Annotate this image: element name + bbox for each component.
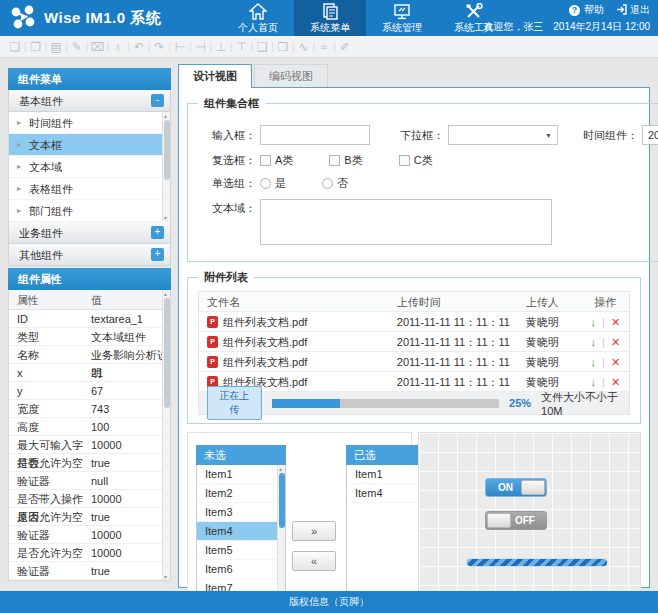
accordion-business-components[interactable]: 业务组件 + [8,222,171,244]
prop-value: 100 [87,418,170,435]
delete-icon[interactable]: ⌧ [88,40,106,54]
file-name[interactable]: 组件列表文档.pdf [223,332,307,352]
checkbox-icon[interactable] [399,155,410,166]
menu-scrollbar[interactable] [162,112,170,221]
list-item[interactable]: Item1 [197,465,285,484]
pdf-icon: P [207,336,218,348]
checkbox-icon[interactable] [329,155,340,166]
top-nav: 个人首页 系统菜单 系统管理 系统工具 [222,0,510,36]
save-icon[interactable]: ▤ [47,40,65,54]
download-icon[interactable]: ↓ [591,372,597,392]
radio-icon[interactable] [260,178,271,189]
list-item[interactable]: Item3 [197,503,285,522]
delete-icon[interactable]: ✕ [611,312,620,332]
radio-option-no[interactable]: 否 [322,176,348,191]
checkbox-option-a[interactable]: A类 [260,153,293,168]
redo-icon[interactable]: ↷ [150,40,168,54]
uploader: 黄晓明 [526,312,582,331]
list-item-selected[interactable]: Item4 [197,522,285,541]
dropdown-select[interactable]: ▼ [448,125,558,145]
property-row: 是否带入操作原因10000 [9,490,170,508]
spline-icon[interactable]: ≈ [315,40,333,54]
import-icon[interactable]: ❒ [274,40,292,54]
text-input[interactable] [260,125,370,145]
delete-icon[interactable]: ✕ [611,352,620,372]
preview-grid-panel: ON OFF [418,432,641,613]
align-top-icon[interactable]: ⊤ [233,40,251,54]
new-file-icon[interactable]: ❏ [6,40,24,54]
list-item[interactable]: Item2 [197,484,285,503]
export-icon[interactable]: ❑ [253,40,271,54]
prop-name: 是否带入操作原因 [9,490,87,507]
nav-item-system-management[interactable]: 系统管理 [366,0,438,36]
tab-design-view[interactable]: 设计视图 [178,64,252,88]
component-properties-title: 组件属性 [8,268,171,290]
property-row: 名称业务影响分析说明 [9,346,170,364]
delete-icon[interactable]: ✕ [611,332,620,352]
expand-icon[interactable]: + [151,248,164,261]
nav-label: 系统管理 [366,21,438,35]
menu-item-time-component[interactable]: 时间组件 [9,112,170,134]
file-name-header: 文件名 [199,292,397,311]
toggle-switch-on[interactable]: ON [485,478,547,497]
toggle-knob[interactable] [521,480,545,495]
download-icon[interactable]: ↓ [591,352,597,372]
move-left-button[interactable]: « [292,551,336,571]
align-right-icon[interactable]: ⊣ [191,40,209,54]
expand-icon[interactable]: + [151,226,164,239]
download-icon[interactable]: ↓ [591,332,597,352]
checkbox-option-c[interactable]: C类 [399,153,433,168]
tab-code-view[interactable]: 编码视图 [254,64,328,87]
date-picker[interactable]: 2012-07-01 [642,125,658,145]
list-item[interactable]: Item5 [197,541,285,560]
menu-icon [294,3,366,20]
download-icon[interactable]: ↓ [591,312,597,332]
list-item[interactable]: Item6 [197,560,285,579]
logout-link[interactable]: 退出 [616,3,650,17]
nav-item-system-menu[interactable]: 系统菜单 [294,0,366,36]
uploading-button[interactable]: 正在上传 [207,386,262,420]
publish-icon[interactable]: ♁ [109,40,127,54]
checkbox-option-label: B类 [344,154,362,166]
pencil-icon[interactable]: ✐ [336,40,354,54]
prop-value-header: 值 [87,290,170,309]
collapse-icon[interactable]: - [151,94,164,107]
toggle-switch-off[interactable]: OFF [485,511,547,530]
menu-item-table-component[interactable]: 表格组件 [9,178,170,200]
move-right-button[interactable]: » [292,521,336,541]
property-row: 验证器10000 [9,526,170,544]
input-label: 输入框： [198,128,256,143]
align-bottom-icon[interactable]: ⊥ [212,40,230,54]
accordion-basic-components[interactable]: 基本组件 - [8,90,171,112]
properties-header-row: 属性 值 [9,290,170,310]
curve-icon[interactable]: ∿ [295,40,313,54]
menu-item-department-component[interactable]: 部门组件 [9,200,170,222]
nav-item-home[interactable]: 个人首页 [222,0,294,36]
radio-icon[interactable] [322,178,333,189]
pdf-icon: P [207,316,218,328]
property-row: 高度100 [9,418,170,436]
accordion-other-components[interactable]: 其他组件 + [8,244,171,266]
properties-scrollbar[interactable] [162,290,170,580]
help-link[interactable]: 帮助 [584,3,604,17]
file-name[interactable]: 组件列表文档.pdf [223,312,307,332]
textarea-field[interactable] [260,199,552,245]
toggle-knob[interactable] [487,513,511,528]
date-value: 2012-07-01 [648,129,658,141]
menu-item-textarea[interactable]: 文本域 [9,156,170,178]
menu-item-textbox[interactable]: 文本框 [9,134,170,156]
upload-time: 2011-11-11 11：11：11 [397,312,526,331]
edit-icon[interactable]: ✎ [68,40,86,54]
undo-icon[interactable]: ↶ [130,40,148,54]
properties-table: 属性 值 IDtextarea_1 类型文本域组件 名称业务影响分析说明 x21… [8,290,171,581]
nav-label: 系统菜单 [294,21,366,35]
checkbox-icon[interactable] [260,155,271,166]
file-name[interactable]: 组件列表文档.pdf [223,352,307,372]
radio-option-yes[interactable]: 是 [260,176,286,191]
checkbox-option-b[interactable]: B类 [329,153,362,168]
open-folder-icon[interactable]: ❐ [27,40,45,54]
prop-name-header: 属性 [9,290,87,309]
align-left-icon[interactable]: ⊢ [171,40,189,54]
help-icon: ? [569,5,580,16]
delete-icon[interactable]: ✕ [611,372,620,392]
